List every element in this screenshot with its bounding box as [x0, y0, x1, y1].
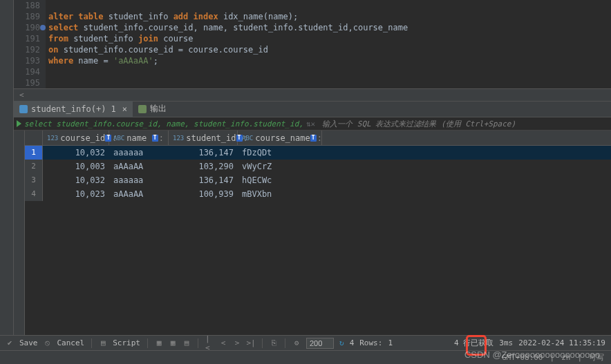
export-icon[interactable]: ⎘: [270, 339, 278, 347]
timezone: GMT+08:00: [502, 353, 543, 362]
filter-icon[interactable]: ⇅✕: [306, 119, 315, 128]
table-row[interactable]: 110,032aaaaaa136,147fDzQDt: [25, 146, 611, 160]
column-header-course_id[interactable]: 123course_idT:: [43, 131, 109, 145]
executed-query: select student_info.course_id, name, stu…: [24, 119, 303, 128]
code-line[interactable]: 190select student_info.course_id, name, …: [14, 22, 611, 33]
save-icon[interactable]: ✔: [6, 339, 14, 347]
tab-label: 输出: [150, 103, 167, 115]
cell-course_name[interactable]: fDzQDt: [238, 146, 322, 160]
column-header-name[interactable]: ABCnameT:: [109, 131, 169, 145]
edit-icon[interactable]: ▦: [155, 339, 163, 347]
rows-number: 1: [388, 338, 393, 347]
script-button[interactable]: Script: [113, 338, 140, 347]
results-grid[interactable]: 123course_idT:ABCnameT:123student_idT:AB…: [25, 131, 611, 335]
close-icon[interactable]: ×: [122, 104, 127, 114]
code-line[interactable]: 195: [14, 77, 611, 88]
row-number[interactable]: 1: [25, 146, 43, 160]
exec-time: 3ms: [499, 338, 513, 347]
cell-student_id[interactable]: 103,290: [169, 160, 238, 173]
cell-course_id[interactable]: 10,032: [43, 146, 109, 160]
settings-icon[interactable]: ⚙: [292, 339, 301, 347]
encoding: zh: [561, 353, 570, 362]
code-line[interactable]: 192on student_info.course_id = course.co…: [14, 44, 611, 55]
page-size-input[interactable]: [306, 338, 334, 349]
play-icon[interactable]: [17, 120, 21, 127]
cell-course_id[interactable]: 10,003: [43, 160, 109, 173]
cell-course_id[interactable]: 10,032: [43, 173, 109, 187]
cell-name[interactable]: aAAaAA: [109, 160, 169, 173]
code-line[interactable]: 188: [14, 0, 611, 11]
grid-icon[interactable]: ▦: [169, 339, 177, 347]
cell-course_name[interactable]: mBVXbn: [238, 187, 322, 201]
breakpoint-icon[interactable]: [40, 25, 46, 30]
grid-statusbar: ✔ Save ⦸ Cancel ▤ Script ▦ ▦ ▤ |< < > >|…: [0, 335, 611, 350]
row-number[interactable]: 3: [25, 173, 43, 187]
cell-student_id[interactable]: 136,147: [169, 173, 238, 187]
rows-fetched: 4: [350, 338, 355, 347]
column-header-student_id[interactable]: 123student_idT:: [169, 131, 238, 145]
query-bar: select student_info.course_id, name, stu…: [14, 117, 611, 131]
last-page-icon[interactable]: >|: [247, 339, 255, 347]
cell-name[interactable]: aaaaaa: [109, 146, 169, 160]
save-button[interactable]: Save: [19, 338, 38, 347]
refresh-icon[interactable]: ↻: [339, 338, 344, 347]
script-icon[interactable]: ▤: [99, 339, 107, 347]
tab-student-info[interactable]: student_info(+) 1 ×: [14, 101, 133, 117]
cell-course_id[interactable]: 10,023: [43, 187, 109, 201]
cell-student_id[interactable]: 100,939: [169, 187, 238, 201]
tab-label: student_info(+) 1: [31, 104, 116, 114]
text-icon[interactable]: ▤: [182, 339, 191, 347]
bottom-statusbar: GMT+08:00 | zh | 可写: [0, 350, 611, 364]
results-panel: 123course_idT:ABCnameT:123student_idT:AB…: [14, 131, 611, 335]
code-line[interactable]: 193where name = 'aAAaAA';: [14, 55, 611, 66]
row-num-header[interactable]: [25, 131, 43, 145]
exec-timestamp: 2022-02-24 11:35:19: [518, 338, 605, 347]
next-page-icon[interactable]: >: [233, 339, 241, 347]
table-row[interactable]: 310,032aaaaaa136,147hQECWc: [25, 173, 611, 187]
row-number[interactable]: 4: [25, 187, 43, 201]
cell-name[interactable]: aaaaaa: [109, 173, 169, 187]
cell-name[interactable]: aAAaAA: [109, 187, 169, 201]
cancel-button[interactable]: Cancel: [57, 338, 85, 347]
first-page-icon[interactable]: |<: [205, 339, 214, 347]
row-number[interactable]: 2: [25, 160, 43, 173]
code-line[interactable]: 194: [14, 66, 611, 77]
prev-page-icon[interactable]: <: [219, 339, 227, 347]
rows-label: Rows:: [359, 338, 382, 347]
filter-input[interactable]: 输入一个 SQL 表达式来过滤结果 (使用 Ctrl+Space): [318, 119, 516, 129]
table-row[interactable]: 410,023aAAaAA100,939mBVXbn: [25, 187, 611, 201]
results-gutter: [14, 131, 25, 335]
output-icon: [138, 105, 147, 113]
cell-student_id[interactable]: 136,147: [169, 146, 238, 160]
grid-icon: [19, 105, 28, 113]
column-header-course_name[interactable]: ABCcourse_nameT:: [238, 131, 322, 145]
annotation-box: [466, 335, 487, 356]
sidebar-label[interactable]: 记录: [0, 0, 13, 8]
tab-output[interactable]: 输出: [133, 101, 172, 117]
cancel-icon[interactable]: ⦸: [44, 339, 52, 347]
editor-hscroll[interactable]: <: [14, 88, 611, 101]
left-sidebar: 记录: [0, 0, 14, 335]
result-tabs: student_info(+) 1 × 输出: [14, 101, 611, 117]
table-row[interactable]: 210,003aAAaAA103,290vWyCrZ: [25, 160, 611, 173]
code-line[interactable]: 189alter table student_info add index id…: [14, 11, 611, 22]
cell-course_name[interactable]: hQECWc: [238, 173, 322, 187]
code-line[interactable]: 191from student_info join course: [14, 33, 611, 44]
readwrite-mode: 可写: [589, 352, 604, 363]
cell-course_name[interactable]: vWyCrZ: [238, 160, 322, 173]
sql-editor[interactable]: 188189alter table student_info add index…: [14, 0, 611, 88]
grid-header: 123course_idT:ABCnameT:123student_idT:AB…: [25, 131, 611, 146]
